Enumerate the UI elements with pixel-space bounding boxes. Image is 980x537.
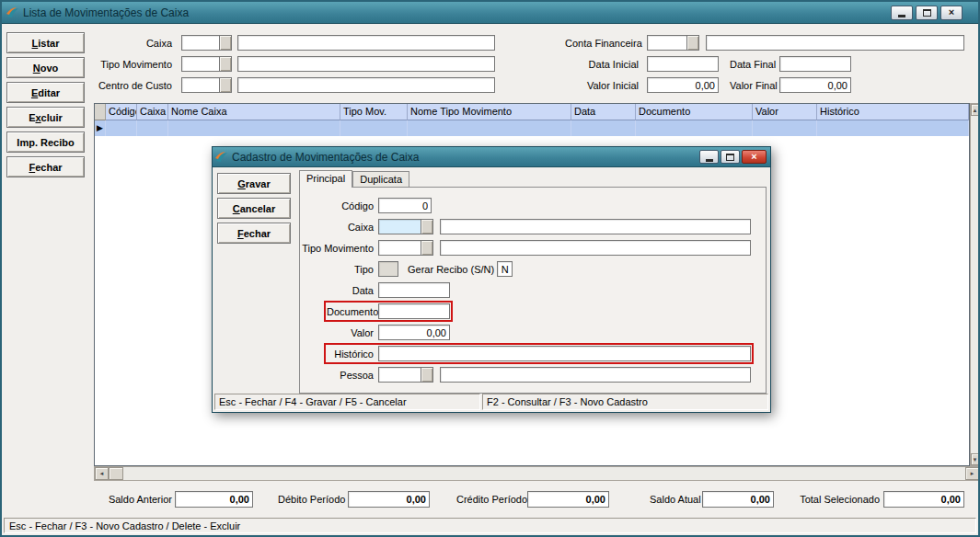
grid-cell xyxy=(817,120,969,136)
statusbar-panel: Esc - Fechar / F3 - Novo Cadastro / Dele… xyxy=(4,518,976,533)
codigo-label: Código xyxy=(300,200,378,211)
caixa-name-field xyxy=(440,219,751,234)
grid-selected-row[interactable]: ▶ xyxy=(95,120,969,136)
data-inicial-label: Data Inicial xyxy=(565,59,643,70)
grid-column-header-nome-tipo-movimento[interactable]: Nome Tipo Movimento xyxy=(408,104,571,120)
summary-bar: Saldo Anterior 0,00 Débito Período 0,00 … xyxy=(94,490,964,508)
arrow-left-icon: ◄ xyxy=(99,471,105,476)
caixa-lookup-button[interactable] xyxy=(421,219,433,234)
pessoa-code-input[interactable] xyxy=(378,367,421,383)
arrow-down-icon: ▼ xyxy=(973,457,978,463)
data-input[interactable] xyxy=(378,282,450,298)
caixa-filter-code-input[interactable] xyxy=(181,35,220,51)
valor-final-label: Valor Final xyxy=(730,80,776,91)
grid-column-header-tipo-mov[interactable]: Tipo Mov. xyxy=(340,104,408,120)
historico-highlight: Histórico xyxy=(324,343,754,364)
close-icon: × xyxy=(949,7,954,17)
conta-financeira-filter-row: Conta Financeira xyxy=(565,32,964,53)
caixa-code-input[interactable] xyxy=(378,219,421,234)
grid-cell xyxy=(106,120,137,136)
maximize-button[interactable] xyxy=(916,6,938,20)
data-inicial-input[interactable] xyxy=(647,56,719,72)
excluir-button[interactable]: Excluir xyxy=(6,107,85,128)
valor-input[interactable] xyxy=(378,325,450,340)
caixa-filter-lookup-button[interactable] xyxy=(220,35,232,51)
listar-button[interactable]: Listar xyxy=(6,32,85,53)
tab-duplicata[interactable]: Duplicata xyxy=(352,171,409,187)
pessoa-lookup-button[interactable] xyxy=(421,367,433,383)
centro-custo-filter-code-input[interactable] xyxy=(181,77,220,93)
grid-column-header-caixa[interactable]: Caixa xyxy=(137,104,168,120)
tab-principal[interactable]: Principal xyxy=(299,170,352,188)
dialog-tabs: Principal Duplicata xyxy=(299,170,409,187)
gerar-recibo-label: Gerar Recibo (S/N) xyxy=(408,264,497,275)
conta-financeira-lookup-button[interactable] xyxy=(687,35,699,51)
grid-column-header-data[interactable]: Data xyxy=(571,104,636,120)
close-button[interactable]: × xyxy=(940,6,963,20)
dialog-minimize-button[interactable] xyxy=(699,150,719,164)
fechar-dialog-button[interactable]: Fechar xyxy=(217,223,291,244)
dialog-titlebar[interactable]: Cadastro de Movimentações de Caixa × xyxy=(213,147,770,167)
minimize-button[interactable] xyxy=(891,6,913,20)
grid-column-header-historico[interactable]: Histórico xyxy=(817,104,969,120)
tipo-movimento-lookup-button[interactable] xyxy=(421,240,433,256)
main-titlebar[interactable]: Lista de Movimentações de Caixa × xyxy=(2,2,978,24)
historico-input[interactable] xyxy=(378,346,751,361)
valor-inicial-input[interactable] xyxy=(647,77,719,93)
data-filter-row: Data Inicial Data Final xyxy=(565,53,964,74)
valor-row: Valor xyxy=(300,322,766,343)
valor-final-input[interactable] xyxy=(779,77,851,93)
dialog-maximize-button[interactable] xyxy=(721,150,740,164)
grid-cell xyxy=(408,120,571,136)
grid-column-header-nome-caixa[interactable]: Nome Caixa xyxy=(168,104,340,120)
window-title: Lista de Movimentações de Caixa xyxy=(23,6,887,19)
tipo-row: Tipo Gerar Recibo (S/N) xyxy=(300,258,766,280)
tipo-label: Tipo xyxy=(300,264,378,275)
arrow-up-icon: ▲ xyxy=(973,108,978,113)
centro-custo-filter-name-field xyxy=(237,77,495,93)
dialog-app-logo-icon xyxy=(215,152,228,163)
codigo-row: Código xyxy=(300,195,766,216)
dialog-button-column: Gravar Cancelar Fechar xyxy=(217,173,291,244)
gerar-recibo-input[interactable] xyxy=(497,261,513,277)
imp-recibo-button[interactable]: Imp. Recibo xyxy=(6,131,85,153)
documento-highlight: Documento xyxy=(324,301,453,322)
tipo-movimento-code-input[interactable] xyxy=(378,240,421,256)
dialog-close-button[interactable]: × xyxy=(742,150,767,164)
horizontal-scrollbar[interactable]: ◄ ► xyxy=(94,466,980,481)
conta-financeira-name-field xyxy=(706,35,964,51)
sidebar: Listar Novo Editar Excluir Imp. Recibo F… xyxy=(6,32,85,177)
vertical-scrollbar[interactable]: ▲ ▼ xyxy=(970,103,980,466)
debito-periodo-field: 0,00 xyxy=(348,491,430,508)
novo-button[interactable]: Novo xyxy=(6,57,85,78)
credito-periodo-field: 0,00 xyxy=(527,491,609,508)
scroll-down-button[interactable]: ▼ xyxy=(971,453,979,465)
grid-column-header-documento[interactable]: Documento xyxy=(636,104,753,120)
tipo-movimento-filter-label: Tipo Movimento xyxy=(94,59,177,70)
tipo-movimento-filter-code-input[interactable] xyxy=(181,56,220,72)
data-final-input[interactable] xyxy=(779,56,851,72)
scroll-left-button[interactable]: ◄ xyxy=(95,467,109,480)
grid-column-header-codigo[interactable]: Código xyxy=(106,104,137,120)
conta-financeira-code-input[interactable] xyxy=(647,35,687,51)
grid-cell xyxy=(636,120,753,136)
tipo-movimento-filter-lookup-button[interactable] xyxy=(220,56,232,72)
app-logo-icon xyxy=(6,7,19,18)
grid-cell xyxy=(571,120,636,136)
cancelar-button[interactable]: Cancelar xyxy=(217,198,291,219)
fechar-button[interactable]: Fechar xyxy=(6,156,85,177)
scroll-up-button[interactable]: ▲ xyxy=(971,104,979,116)
centro-custo-filter-lookup-button[interactable] xyxy=(220,77,232,93)
horizontal-scroll-thumb[interactable] xyxy=(109,467,123,480)
documento-input[interactable] xyxy=(378,303,450,319)
dialog-status-left: Esc - Fechar / F4 - Gravar / F5 - Cancel… xyxy=(214,394,480,410)
conta-financeira-filter-label: Conta Financeira xyxy=(565,38,643,49)
horizontal-scroll-track[interactable] xyxy=(123,467,965,480)
scroll-right-button[interactable]: ► xyxy=(965,467,979,480)
editar-button[interactable]: Editar xyxy=(6,82,85,103)
saldo-atual-label: Saldo Atual xyxy=(650,494,698,505)
grid-column-header-valor[interactable]: Valor xyxy=(753,104,817,120)
gravar-button[interactable]: Gravar xyxy=(217,173,291,194)
documento-label: Documento xyxy=(327,306,378,317)
main-window: Lista de Movimentações de Caixa × Listar… xyxy=(0,0,980,537)
